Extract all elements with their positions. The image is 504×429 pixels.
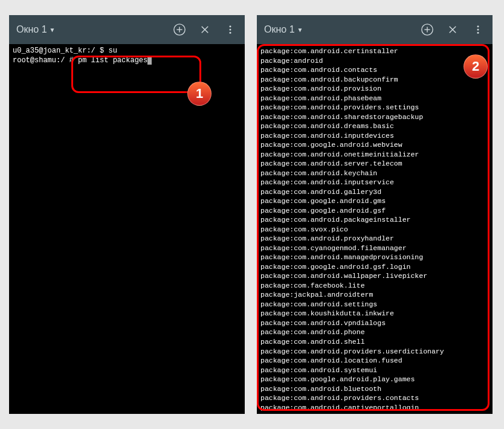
package-line: package:com.android.provision xyxy=(260,84,489,94)
package-line: package:jackpal.androidterm xyxy=(260,290,489,300)
package-line: package:com.android.bluetooth xyxy=(260,384,489,394)
phone-left: Окно 1 ▼ u0_a35@joan_kt_kr:/ $ su root@s… xyxy=(9,15,245,414)
svg-point-7 xyxy=(230,32,231,34)
package-line: package:com.google.android.play.games xyxy=(260,375,489,384)
package-line: package:com.google.android.webview xyxy=(260,140,489,150)
chevron-down-icon: ▼ xyxy=(50,27,56,33)
package-line: package:com.android.sharedstoragebackup xyxy=(260,112,489,122)
package-line: package:com.android.captiveportallogin xyxy=(260,403,489,413)
package-line: package:com.android.onetimeinitializer xyxy=(260,150,489,160)
package-line: package:com.android.contacts xyxy=(260,65,489,75)
terminal-header: Окно 1 ▼ xyxy=(9,15,245,44)
terminal-line: u0_a35@joan_kt_kr:/ $ su xyxy=(13,47,241,56)
package-line: package:com.android.dreams.basic xyxy=(260,121,489,131)
package-line: package:com.android.providers.userdictio… xyxy=(260,347,489,356)
window-title-text: Окно 1 xyxy=(264,24,295,35)
package-line: package:com.android.phasebeam xyxy=(260,94,489,103)
header-actions xyxy=(172,22,237,37)
window-selector[interactable]: Окно 1 ▼ xyxy=(16,24,172,35)
terminal-header: Окно 1 ▼ xyxy=(257,15,493,44)
package-line: package:com.android.inputservice xyxy=(260,178,489,187)
package-line: package:com.android.proxyhandler xyxy=(260,234,489,244)
terminal-line: root@shamu:/ # pm list packages xyxy=(13,56,241,66)
package-line: package:com.android.wallpaper.livepicker xyxy=(260,271,489,281)
annotation-badge: 2 xyxy=(464,54,488,79)
package-line: package:com.android.inputdevices xyxy=(260,131,489,141)
menu-icon[interactable] xyxy=(471,22,485,37)
package-line: package:com.android.managedprovisioning xyxy=(260,253,489,262)
package-line: package:com.android.shell xyxy=(260,337,489,347)
add-window-icon[interactable] xyxy=(172,22,187,37)
package-line: package:com.cyanogenmod.filemanager xyxy=(260,244,489,253)
add-window-icon[interactable] xyxy=(420,22,435,37)
package-line: package:com.koushikdutta.inkwire xyxy=(260,309,489,318)
annotation-badge: 1 xyxy=(187,82,212,106)
close-icon[interactable] xyxy=(198,22,212,37)
package-line: package:com.android.server.telecom xyxy=(260,159,489,169)
package-line: package:com.android.settings xyxy=(260,300,489,309)
package-line: package:com.android.providers.contacts xyxy=(260,393,489,403)
terminal-output[interactable]: package:com.android.certinstallerpackage… xyxy=(257,44,493,414)
svg-point-6 xyxy=(230,29,231,31)
package-line: package:com.svox.pico xyxy=(260,225,489,234)
chevron-down-icon: ▼ xyxy=(297,27,303,33)
svg-point-5 xyxy=(230,25,231,27)
package-line: package:com.android.backupconfirm xyxy=(260,75,489,85)
cursor-icon xyxy=(147,57,152,65)
package-line: package:com.facebook.lite xyxy=(260,281,489,291)
package-line: package:com.android.keychain xyxy=(260,169,489,178)
close-icon[interactable] xyxy=(445,22,460,37)
window-selector[interactable]: Окно 1 ▼ xyxy=(264,24,420,35)
svg-point-14 xyxy=(477,29,479,31)
package-line: package:com.android.providers.settings xyxy=(260,103,489,112)
package-line: package:com.android.packageinstaller xyxy=(260,215,489,225)
header-actions xyxy=(420,22,485,37)
package-line: package:android xyxy=(260,56,489,66)
package-line: package:com.android.vpndialogs xyxy=(260,318,489,328)
package-line: package:com.android.certinstaller xyxy=(260,47,489,56)
svg-point-13 xyxy=(477,25,479,27)
package-line: package:com.android.gallery3d xyxy=(260,187,489,197)
window-title-text: Окно 1 xyxy=(16,24,47,35)
package-line: package:com.google.android.gsf.login xyxy=(260,262,489,272)
package-line: package:com.android.location.fused xyxy=(260,356,489,366)
package-line: package:com.google.android.gsf xyxy=(260,206,489,216)
package-line: package:com.google.android.gms xyxy=(260,196,489,206)
svg-point-15 xyxy=(477,32,479,34)
menu-icon[interactable] xyxy=(223,22,237,37)
package-line: package:com.android.systemui xyxy=(260,366,489,375)
phone-right: Окно 1 ▼ package:com.android.certinstall… xyxy=(257,15,493,414)
package-line: package:com.android.phone xyxy=(260,327,489,337)
